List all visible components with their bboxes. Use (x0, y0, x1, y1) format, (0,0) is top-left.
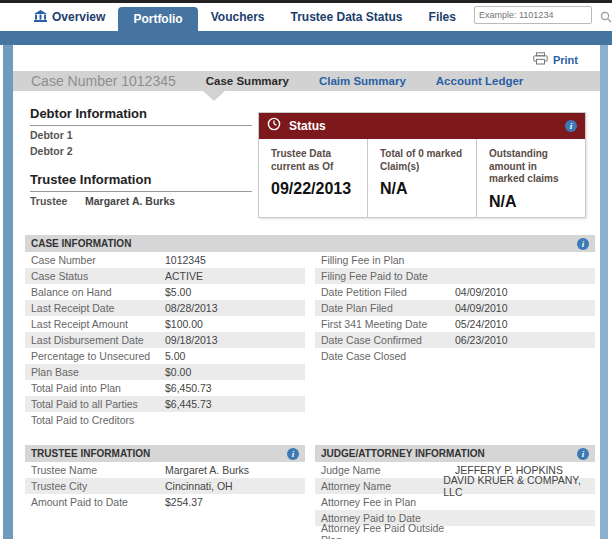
table-row: First 341 Meeting Date05/24/2010 (315, 316, 595, 332)
field-label: Total Paid to all Parties (31, 398, 165, 410)
field-label: Plan Base (31, 366, 165, 378)
print-button[interactable]: Print (533, 52, 578, 67)
table-row: Total Paid to all Parties$6,445.73 (25, 396, 305, 412)
table-row: Plan Base$0.00 (25, 364, 305, 380)
field-value: $100.00 (165, 318, 203, 330)
table-row: Date Case Confirmed06/23/2010 (315, 332, 595, 348)
table-row: Trustee NameMargaret A. Burks (25, 462, 305, 478)
field-label: Last Receipt Amount (31, 318, 165, 330)
field-label: First 341 Meeting Date (321, 318, 455, 330)
field-label: Trustee City (31, 480, 165, 492)
status-cell-trustee-data: Trustee Data current as Of 09/22/2013 (259, 139, 367, 218)
list-item: Trustee Margaret A. Burks (30, 192, 252, 208)
field-label: Trustee Name (31, 464, 165, 476)
field-label: Date Plan Filed (321, 302, 455, 314)
field-label: Filing Fee Paid to Date (321, 270, 455, 282)
page: Overview Portfolio Vouchers Trustee Data… (0, 0, 612, 539)
field-value: 06/23/2010 (455, 334, 508, 346)
field-label: Date Case Confirmed (321, 334, 455, 346)
status-title: Status (289, 119, 326, 133)
status-value: N/A (380, 180, 466, 198)
table-row: Case Number1012345 (25, 252, 305, 268)
field-label: Last Receipt Date (31, 302, 165, 314)
field-value: 05/24/2010 (455, 318, 508, 330)
field-value: Margaret A. Burks (165, 464, 249, 476)
field-value: Cincinnati, OH (165, 480, 233, 492)
status-label: Trustee Data current as Of (271, 148, 357, 173)
table-row: Balance on Hand$5.00 (25, 284, 305, 300)
info-icon[interactable] (577, 238, 589, 250)
field-label: Balance on Hand (31, 286, 165, 298)
trustee-section-title: Trustee Information (30, 172, 252, 192)
status-value: 09/22/2013 (271, 180, 357, 198)
table-row: Last Disbursement Date09/18/2013 (25, 332, 305, 348)
table-row: Filing Fee Paid to Date (315, 268, 595, 284)
field-value: 1012345 (165, 254, 206, 266)
field-value: 09/18/2013 (165, 334, 218, 346)
clock-icon (267, 117, 281, 135)
search-input[interactable] (475, 10, 600, 20)
case-information-header: CASE INFORMATION (25, 235, 595, 252)
tab-claim-summary[interactable]: Claim Summary (319, 75, 406, 87)
debtor2-label: Debtor 2 (30, 145, 85, 157)
nav-label: Trustee Data Status (291, 10, 403, 24)
field-label: Total Paid into Plan (31, 382, 165, 394)
print-icon (533, 52, 548, 67)
info-icon[interactable] (287, 448, 299, 460)
trustee-information-header: TRUSTEE INFORMATION (25, 445, 305, 462)
field-value: 04/09/2010 (455, 302, 508, 314)
case-number-label: Case Number 1012345 (31, 73, 176, 89)
case-bar: Case Number 1012345 Case Summary Claim S… (13, 71, 600, 91)
tab-account-ledger[interactable]: Account Ledger (436, 75, 524, 87)
debtor-trustee-panel: Debtor Information Debtor 1 Debtor 2 Tru… (30, 106, 252, 208)
info-icon[interactable] (577, 448, 589, 460)
debtor-section-title: Debtor Information (30, 106, 252, 126)
print-label: Print (553, 54, 578, 66)
table-row: Date Case Closed (315, 348, 595, 364)
trustee-value: Margaret A. Burks (85, 195, 175, 207)
status-body: Trustee Data current as Of 09/22/2013 To… (259, 139, 585, 218)
field-value: $254.37 (165, 496, 203, 508)
status-value: N/A (489, 193, 575, 211)
tab-case-summary[interactable]: Case Summary (206, 75, 289, 87)
table-row: Date Petition Filed04/09/2010 (315, 284, 595, 300)
home-icon (34, 10, 47, 25)
case-info-left-column: Case Number1012345 Case StatusACTIVE Bal… (25, 252, 305, 428)
section-title: TRUSTEE INFORMATION (31, 448, 287, 459)
field-label: Judge Name (321, 464, 455, 476)
nav-label: Files (429, 10, 456, 24)
field-label: Percentage to Unsecured (31, 350, 165, 362)
search-icon[interactable] (600, 9, 612, 21)
status-label: Outstanding amount in marked claims (489, 148, 575, 186)
field-label: Attorney Fee in Plan (321, 496, 455, 508)
nav-item-overview[interactable]: Overview (0, 10, 118, 25)
table-row: Amount Paid to Date$254.37 (25, 494, 305, 510)
field-label: Attorney Fee Paid Outside Plan (321, 522, 455, 539)
field-label: Last Disbursement Date (31, 334, 165, 346)
table-row: Total Paid to Creditors (25, 412, 305, 428)
field-label: Case Status (31, 270, 165, 282)
case-search-box (474, 6, 592, 24)
status-cell-outstanding: Outstanding amount in marked claims N/A (476, 139, 585, 218)
field-value: DAVID KRUER & COMPANY, LLC (443, 474, 589, 498)
status-box: Status Trustee Data current as Of 09/22/… (258, 112, 586, 218)
nav-label: Overview (52, 10, 105, 24)
nav-item-trustee-data-status[interactable]: Trustee Data Status (278, 10, 416, 24)
field-value: $0.00 (165, 366, 191, 378)
active-tab-notch (203, 91, 225, 101)
nav-item-vouchers[interactable]: Vouchers (198, 10, 278, 24)
table-row: Filling Fee in Plan (315, 252, 595, 268)
print-row: Print (13, 45, 600, 71)
status-cell-marked-claims: Total of 0 marked Claim(s) N/A (367, 139, 476, 218)
info-icon[interactable] (565, 120, 577, 132)
status-label: Total of 0 marked Claim(s) (380, 148, 466, 173)
section-title: CASE INFORMATION (31, 238, 577, 249)
field-value: 5.00 (165, 350, 185, 362)
list-item: Debtor 2 (30, 142, 252, 158)
field-label: Date Case Closed (321, 350, 455, 362)
judge-attorney-header: JUDGE/ATTORNEY INFORMATION (315, 445, 595, 462)
nav-item-portfolio[interactable]: Portfolio (118, 7, 197, 31)
trustee-label: Trustee (30, 195, 85, 207)
nav-item-files[interactable]: Files (416, 10, 469, 24)
field-label: Amount Paid to Date (31, 496, 165, 508)
